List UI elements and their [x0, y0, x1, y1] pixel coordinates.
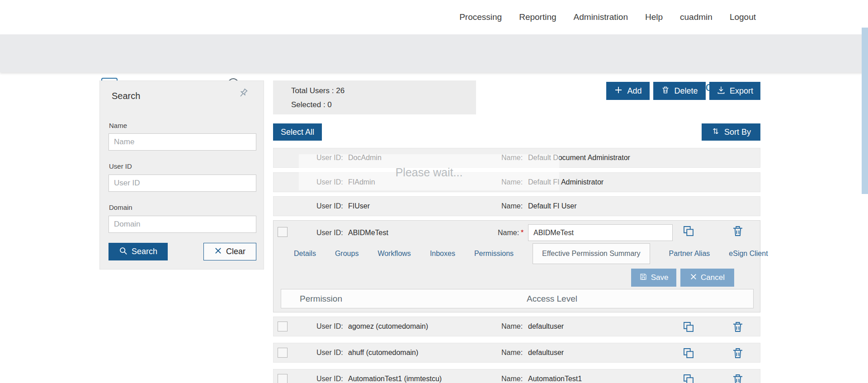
- sort-by-button[interactable]: Sort By: [702, 123, 760, 141]
- loading-text: Please wait...: [396, 166, 463, 179]
- permission-column-header: Permission: [300, 294, 342, 304]
- copy-icon[interactable]: [682, 373, 695, 383]
- name-label: Name:: [501, 375, 523, 383]
- name-input[interactable]: [108, 133, 256, 151]
- trash-icon[interactable]: [731, 373, 745, 383]
- copy-icon[interactable]: [682, 224, 695, 238]
- name-value: defaultuser: [528, 349, 564, 357]
- user-id-label: User ID:: [316, 322, 343, 331]
- userid-input[interactable]: [108, 175, 256, 192]
- tab-details[interactable]: Details: [294, 250, 316, 258]
- tab-permissions[interactable]: Permissions: [474, 250, 514, 258]
- total-users-text: Total Users : 26: [291, 86, 344, 95]
- domain-field-label: Domain: [109, 203, 132, 211]
- user-id-value: FIUser: [348, 202, 370, 210]
- access-level-column-header: Access Level: [527, 294, 577, 304]
- sort-icon: [711, 127, 720, 138]
- trash-icon[interactable]: [731, 224, 745, 238]
- nav-reporting[interactable]: Reporting: [519, 12, 556, 22]
- trash-icon: [661, 85, 670, 97]
- user-id-label: User ID:: [316, 202, 343, 210]
- summary-box: Total Users : 26 Selected : 0: [273, 80, 476, 114]
- name-label: Name:: [501, 322, 523, 331]
- tab-esign-client[interactable]: eSign Client: [729, 250, 768, 258]
- row-checkbox[interactable]: [278, 322, 288, 331]
- user-id-label: User ID:: [316, 375, 343, 383]
- search-button-label: Search: [132, 247, 157, 256]
- select-all-label: Select All: [281, 128, 314, 137]
- sort-by-label: Sort By: [724, 128, 751, 137]
- trash-icon[interactable]: [731, 320, 745, 334]
- nav-username[interactable]: cuadmin: [680, 12, 712, 22]
- name-value: defaultuser: [528, 322, 564, 331]
- select-all-button[interactable]: Select All: [273, 123, 322, 141]
- user-id-label: User ID:: [316, 349, 343, 357]
- tab-groups[interactable]: Groups: [335, 250, 359, 258]
- nav-help[interactable]: Help: [645, 12, 663, 22]
- user-id-label: User ID:: [316, 229, 343, 237]
- user-row-fiuser[interactable]: User ID: FIUser Name: Default FI User: [273, 196, 760, 216]
- row-checkbox[interactable]: [278, 374, 288, 383]
- export-button[interactable]: Export: [709, 82, 760, 100]
- save-button[interactable]: Save: [631, 269, 676, 287]
- nav-logout[interactable]: Logout: [730, 12, 756, 22]
- nav-processing[interactable]: Processing: [459, 12, 502, 22]
- add-button-label: Add: [627, 86, 642, 96]
- domain-input[interactable]: [108, 216, 256, 233]
- user-row-automationtest1[interactable]: User ID: AutomationTest1 (immtestcu) Nam…: [273, 369, 760, 383]
- user-id-value: AutomationTest1 (immtestcu): [348, 375, 442, 383]
- tab-workflows[interactable]: Workflows: [377, 250, 411, 258]
- user-detail-tabs: Details Groups Workflows Inboxes Permiss…: [294, 242, 749, 265]
- clear-x-icon: [214, 247, 222, 257]
- export-button-label: Export: [730, 86, 753, 96]
- selected-count-text: Selected : 0: [291, 100, 332, 109]
- user-row-ahuff[interactable]: User ID: ahuff (cutomedomain) Name: defa…: [273, 343, 760, 363]
- delete-button-label: Delete: [674, 86, 698, 96]
- loading-overlay: Please wait...: [299, 154, 559, 190]
- search-panel-title: Search: [112, 91, 140, 101]
- row-checkbox[interactable]: [278, 227, 288, 237]
- user-row-agomez[interactable]: User ID: agomez (cutomedomain) Name: def…: [273, 317, 760, 336]
- download-icon: [717, 85, 726, 97]
- search-icon: [119, 246, 127, 257]
- user-id-value: ABIDMeTest: [348, 229, 388, 237]
- copy-icon[interactable]: [682, 346, 695, 360]
- name-label: Name:: [501, 202, 523, 210]
- search-button[interactable]: Search: [108, 243, 168, 260]
- expanded-user-row: User ID: ABIDMeTest Name: * Details Grou…: [273, 220, 760, 312]
- tab-partner-alias[interactable]: Partner Alias: [669, 250, 710, 258]
- nav-administration[interactable]: Administration: [574, 12, 628, 22]
- save-icon: [639, 273, 647, 283]
- plus-icon: [614, 85, 623, 97]
- name-value: AutomationTest1: [528, 375, 582, 383]
- name-label: Name:: [501, 349, 523, 357]
- name-label: Name:: [498, 229, 519, 237]
- page-header: User Maintenance i Kinective Sign: [0, 34, 868, 72]
- clear-button[interactable]: Clear: [203, 243, 256, 260]
- clear-button-label: Clear: [226, 247, 245, 256]
- user-id-value: ahuff (cutomedomain): [348, 349, 418, 357]
- userid-field-label: User ID: [109, 162, 132, 170]
- pin-icon[interactable]: [237, 87, 249, 101]
- cancel-x-icon: [690, 273, 697, 283]
- user-name-input[interactable]: [528, 224, 673, 241]
- top-navigation: Processing Reporting Administration Help…: [0, 0, 868, 34]
- permission-table-header: Permission Access Level: [281, 289, 754, 308]
- add-button[interactable]: Add: [606, 82, 650, 100]
- user-id-value: agomez (cutomedomain): [348, 322, 428, 331]
- search-panel: Search Name User ID Domain Search Clear: [99, 80, 264, 270]
- delete-button[interactable]: Delete: [653, 82, 706, 100]
- scrollbar-thumb[interactable]: [862, 28, 868, 194]
- name-field-label: Name: [109, 122, 127, 129]
- required-asterisk: *: [521, 229, 524, 237]
- trash-icon[interactable]: [731, 346, 745, 360]
- tab-inboxes[interactable]: Inboxes: [430, 250, 455, 258]
- cancel-button[interactable]: Cancel: [680, 269, 734, 287]
- row-checkbox[interactable]: [278, 348, 288, 358]
- copy-icon[interactable]: [682, 320, 695, 334]
- cancel-button-label: Cancel: [701, 273, 725, 282]
- save-button-label: Save: [651, 273, 669, 282]
- name-value: Default FI User: [528, 202, 577, 210]
- tab-effective-permission-summary[interactable]: Effective Permission Summary: [533, 243, 650, 264]
